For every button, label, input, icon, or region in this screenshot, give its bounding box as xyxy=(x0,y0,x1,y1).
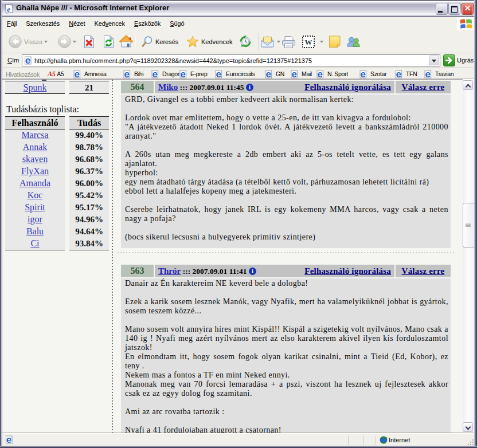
svg-text:W: W xyxy=(305,38,312,46)
